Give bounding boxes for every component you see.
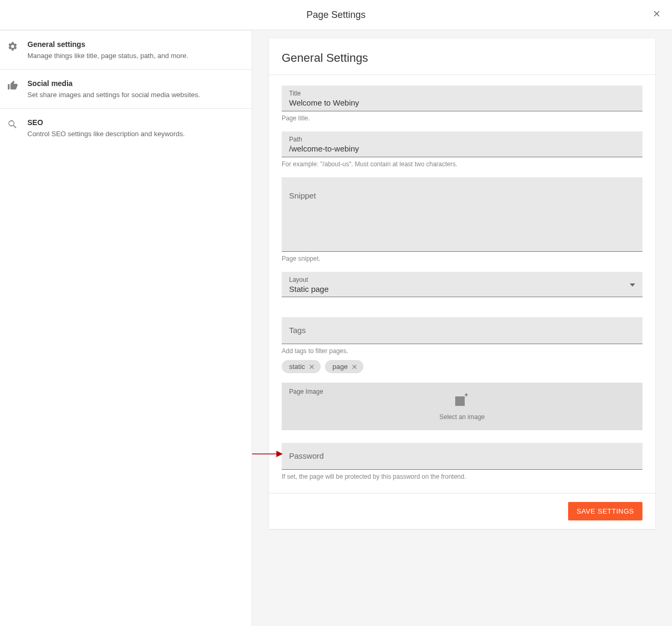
layout-label: Layout <box>289 276 630 283</box>
chip-remove[interactable] <box>351 363 358 371</box>
path-label: Path <box>289 136 635 143</box>
sidebar-item-desc: Set share images and settings for social… <box>27 91 243 99</box>
password-label: Password <box>289 451 324 460</box>
close-icon <box>652 9 661 18</box>
snippet-input[interactable] <box>289 191 635 244</box>
sidebar: General settings Manage things like titl… <box>0 30 252 626</box>
path-input[interactable] <box>289 144 635 153</box>
modal-title: Page Settings <box>306 10 366 21</box>
tags-input[interactable]: Tags <box>282 317 642 344</box>
sidebar-item-title: General settings <box>27 40 243 49</box>
image-caption: Select an image <box>289 413 635 421</box>
panel-title: General Settings <box>282 51 642 65</box>
tag-chip: page <box>325 360 363 373</box>
thumbs-up-icon <box>7 80 18 93</box>
image-add-icon <box>453 392 471 410</box>
chevron-down-icon <box>630 280 635 290</box>
image-label: Page Image <box>289 388 323 395</box>
password-input-box[interactable]: Password <box>282 443 642 470</box>
chip-remove[interactable] <box>308 363 315 371</box>
snippet-helper: Page snippet. <box>282 255 642 262</box>
sidebar-item-title: Social media <box>27 79 243 88</box>
settings-panel: General Settings Title Page title. Path … <box>269 39 655 529</box>
title-input[interactable] <box>289 98 635 107</box>
close-icon <box>351 363 358 371</box>
chip-label: page <box>332 363 348 371</box>
save-settings-button[interactable]: SAVE SETTINGS <box>568 502 642 520</box>
snippet-label: Snippet <box>289 191 316 200</box>
layout-select[interactable]: Layout Static page <box>282 272 642 297</box>
sidebar-item-general[interactable]: General settings Manage things like titl… <box>0 30 252 70</box>
search-icon <box>7 119 18 132</box>
path-helper: For example: "/about-us". Must contain a… <box>282 160 642 168</box>
tags-chips: static page <box>282 360 642 373</box>
chip-label: static <box>289 363 305 371</box>
tag-chip: static <box>282 360 321 373</box>
title-helper: Page title. <box>282 115 642 122</box>
sidebar-item-desc: Manage things like title, page status, p… <box>27 52 243 60</box>
tags-label: Tags <box>289 326 306 335</box>
sidebar-item-seo[interactable]: SEO Control SEO settings like descriptio… <box>0 109 252 147</box>
modal-header: Page Settings <box>0 0 672 30</box>
content-area: General Settings Title Page title. Path … <box>252 30 672 626</box>
sidebar-item-social[interactable]: Social media Set share images and settin… <box>0 70 252 109</box>
close-button[interactable] <box>650 7 664 23</box>
layout-value: Static page <box>289 284 630 293</box>
gear-icon <box>7 41 18 54</box>
title-label: Title <box>289 90 635 97</box>
page-image-upload[interactable]: Page Image Select an image <box>282 383 642 430</box>
sidebar-item-desc: Control SEO settings like description an… <box>27 130 243 138</box>
password-helper: If set, the page will be protected by th… <box>282 473 642 480</box>
close-icon <box>308 363 315 371</box>
sidebar-item-title: SEO <box>27 118 243 127</box>
tags-helper: Add tags to filter pages. <box>282 347 642 355</box>
